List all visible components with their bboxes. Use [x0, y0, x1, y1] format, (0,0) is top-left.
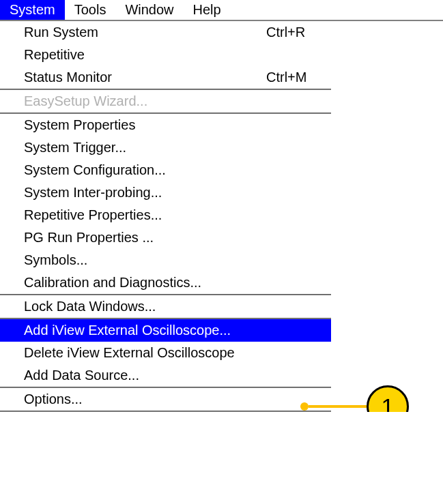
menu-item-label: Status Monitor — [24, 70, 266, 85]
menu-item-shortcut: Ctrl+R — [266, 25, 331, 40]
menu-item-label: System Inter-probing... — [24, 185, 331, 201]
menu-item-system-inter-probing[interactable]: System Inter-probing... — [0, 181, 331, 204]
menu-item-label: Calibration and Diagnostics... — [24, 275, 331, 291]
callout-line-icon — [309, 405, 367, 408]
menubar-item-window[interactable]: Window — [115, 0, 183, 20]
menubar-item-tools[interactable]: Tools — [65, 0, 116, 20]
menu-item-label: Options... — [24, 391, 331, 407]
menu-item-shortcut: Ctrl+M — [266, 70, 331, 85]
menu-item-label: Run System — [24, 25, 266, 40]
menu-item-calibration-diagnostics[interactable]: Calibration and Diagnostics... — [0, 271, 331, 294]
menu-item-label: Delete iView External Oscilloscope — [24, 345, 331, 361]
menu-item-label: System Trigger... — [24, 140, 331, 155]
menu-item-repetitive[interactable]: Repetitive — [0, 44, 331, 66]
menu-item-run-system[interactable]: Run System Ctrl+R — [0, 21, 331, 44]
menu-separator — [0, 411, 331, 412]
menu-item-label: Add iView External Oscilloscope... — [24, 323, 331, 338]
menu-item-easysetup-wizard: EasySetup Wizard... — [0, 90, 331, 113]
menu-item-system-trigger[interactable]: System Trigger... — [0, 136, 331, 159]
menubar-item-system[interactable]: System — [0, 0, 65, 20]
menu-item-label: Add Data Source... — [24, 368, 331, 383]
menu-item-add-iview-oscilloscope[interactable]: Add iView External Oscilloscope... — [0, 319, 331, 342]
menu-item-label: System Configuration... — [24, 162, 331, 178]
menu-item-delete-iview-oscilloscope[interactable]: Delete iView External Oscilloscope — [0, 342, 331, 364]
menu-item-system-properties[interactable]: System Properties — [0, 114, 331, 136]
menu-item-label: Repetitive Properties... — [24, 207, 331, 223]
menu-item-label: Symbols... — [24, 252, 331, 268]
callout-number-badge: 1 — [367, 385, 409, 412]
menu-item-label: Repetitive — [24, 47, 266, 63]
callout-annotation: 1 — [300, 385, 409, 412]
menu-item-status-monitor[interactable]: Status Monitor Ctrl+M — [0, 66, 331, 89]
menu-item-pg-run-properties[interactable]: PG Run Properties ... — [0, 226, 331, 249]
callout-dot-icon — [300, 402, 309, 411]
menu-item-repetitive-properties[interactable]: Repetitive Properties... — [0, 204, 331, 226]
menu-item-lock-data-windows[interactable]: Lock Data Windows... — [0, 295, 331, 318]
menu-item-add-data-source[interactable]: Add Data Source... — [0, 364, 331, 387]
menubar-item-help[interactable]: Help — [184, 0, 231, 20]
menubar: System Tools Window Help — [0, 0, 443, 21]
menu-item-label: System Properties — [24, 117, 331, 133]
menu-item-label: PG Run Properties ... — [24, 230, 331, 246]
menu-item-label: Lock Data Windows... — [24, 299, 331, 314]
menu-item-label: EasySetup Wizard... — [24, 93, 331, 109]
menu-item-options[interactable]: Options... — [0, 388, 331, 411]
system-menu-dropdown: Run System Ctrl+R Repetitive Status Moni… — [0, 21, 331, 412]
menu-item-symbols[interactable]: Symbols... — [0, 249, 331, 271]
menu-item-system-configuration[interactable]: System Configuration... — [0, 159, 331, 181]
